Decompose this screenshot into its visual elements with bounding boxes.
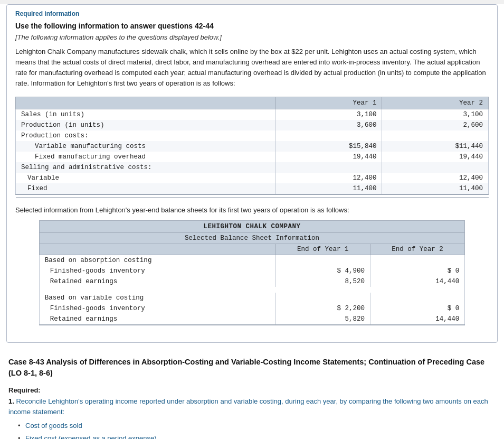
table-row: Fixed manufacturing overhead 19,440 19,4… <box>16 152 489 162</box>
row-year1: $15,840 <box>275 141 382 152</box>
page-wrapper: Required information Use the following i… <box>0 4 504 439</box>
table-row: Sales (in units) 3,100 3,100 <box>16 109 489 120</box>
row-year2: $ 0 <box>370 266 464 276</box>
description-text: Lehighton Chalk Company manufactures sid… <box>15 46 489 89</box>
table-row: Selling and administrative costs: <box>16 162 489 173</box>
row-year2: $11,440 <box>382 141 489 152</box>
balance-section-header: Based on absorption costing <box>39 255 464 266</box>
balance-table-title: LEHIGHTON CHALK COMPANY <box>39 221 464 233</box>
row-label: Selling and administrative costs: <box>16 162 276 173</box>
balance-table-row: Finished-goods inventory $ 4,900 $ 0 <box>39 266 464 276</box>
row-year1: 11,400 <box>275 183 382 194</box>
row-label: Retained earnings <box>39 314 275 325</box>
row-year2: 2,600 <box>382 120 489 130</box>
table-row: Variable 12,400 12,400 <box>16 173 489 183</box>
bullet-item: Fixed cost (expensed as a period expense… <box>18 433 496 439</box>
row-year1: $ 2,200 <box>275 303 370 314</box>
table-row: Fixed 11,400 11,400 <box>16 183 489 194</box>
question-1: 1. Reconcile Lehighton's operating incom… <box>8 396 496 439</box>
row-year2 <box>382 162 489 173</box>
col-header-label <box>16 97 276 109</box>
table-footer-row <box>16 194 489 198</box>
case-title: Case 8-43 Analysis of Differences in Abs… <box>8 357 496 379</box>
row-label: Sales (in units) <box>16 109 276 120</box>
question-1-number: 1. <box>8 397 16 405</box>
row-year2: 14,440 <box>370 276 464 287</box>
balance-table-row: Retained earnings 5,820 14,440 <box>39 314 464 325</box>
row-year2: $ 0 <box>370 303 464 314</box>
required-section: Required information Use the following i… <box>6 4 498 343</box>
question-1-bullets: Cost of goods sold Fixed cost (expensed … <box>18 421 496 439</box>
row-year1: 3,600 <box>275 120 382 130</box>
row-year1 <box>275 130 382 141</box>
col-header-year1: Year 1 <box>275 97 382 109</box>
row-year1: 12,400 <box>275 173 382 183</box>
question-1-text: Reconcile Lehighton's operating income r… <box>8 397 488 416</box>
table-row: Production costs: <box>16 130 489 141</box>
balance-table: LEHIGHTON CHALK COMPANY Selected Balance… <box>39 220 465 328</box>
row-year2: 11,400 <box>382 183 489 194</box>
row-year2 <box>382 130 489 141</box>
row-year1 <box>275 162 382 173</box>
balance-col-header-year2: End of Year 2 <box>370 244 464 255</box>
balance-col-header-label <box>39 244 275 255</box>
table-row: Variable manufacturing costs $15,840 $11… <box>16 141 489 152</box>
required-label: Required information <box>15 10 489 17</box>
section-label: Based on absorption costing <box>39 255 275 266</box>
balance-footer-row <box>39 325 464 328</box>
italic-note: [The following information applies to th… <box>15 33 489 41</box>
row-label: Variable manufacturing costs <box>16 141 276 152</box>
row-label: Production costs: <box>16 130 276 141</box>
row-year1: 8,520 <box>275 276 370 287</box>
row-year1: $ 4,900 <box>275 266 370 276</box>
bullet-item: Cost of goods sold <box>18 421 496 431</box>
row-year2: 19,440 <box>382 152 489 162</box>
row-label: Variable <box>16 173 276 183</box>
row-label: Production (in units) <box>16 120 276 130</box>
balance-section-text: Selected information from Lehighton's ye… <box>15 205 489 216</box>
balance-col-header-year1: End of Year 1 <box>275 244 370 255</box>
row-label: Retained earnings <box>39 276 275 287</box>
balance-section-header: Based on variable costing <box>39 293 464 303</box>
row-label: Finished-goods inventory <box>39 266 275 276</box>
case-section: Case 8-43 Analysis of Differences in Abs… <box>0 349 504 439</box>
row-label: Fixed <box>16 183 276 194</box>
data-table: Year 1 Year 2 Sales (in units) 3,100 3,1… <box>15 97 489 198</box>
section-label: Based on variable costing <box>39 293 275 303</box>
row-label: Finished-goods inventory <box>39 303 275 314</box>
balance-spacer-row <box>39 287 464 293</box>
required-bold-label: Required: <box>8 386 496 394</box>
balance-table-row: Finished-goods inventory $ 2,200 $ 0 <box>39 303 464 314</box>
row-year1: 3,100 <box>275 109 382 120</box>
table-row: Production (in units) 3,600 2,600 <box>16 120 489 130</box>
row-year1: 5,820 <box>275 314 370 325</box>
row-year2: 3,100 <box>382 109 489 120</box>
row-year2: 12,400 <box>382 173 489 183</box>
balance-table-subtitle: Selected Balance Sheet Information <box>39 233 464 244</box>
col-header-year2: Year 2 <box>382 97 489 109</box>
row-label: Fixed manufacturing overhead <box>16 152 276 162</box>
row-year2: 14,440 <box>370 314 464 325</box>
row-year1: 19,440 <box>275 152 382 162</box>
main-question: Use the following information to answer … <box>15 22 489 30</box>
balance-table-row: Retained earnings 8,520 14,440 <box>39 276 464 287</box>
